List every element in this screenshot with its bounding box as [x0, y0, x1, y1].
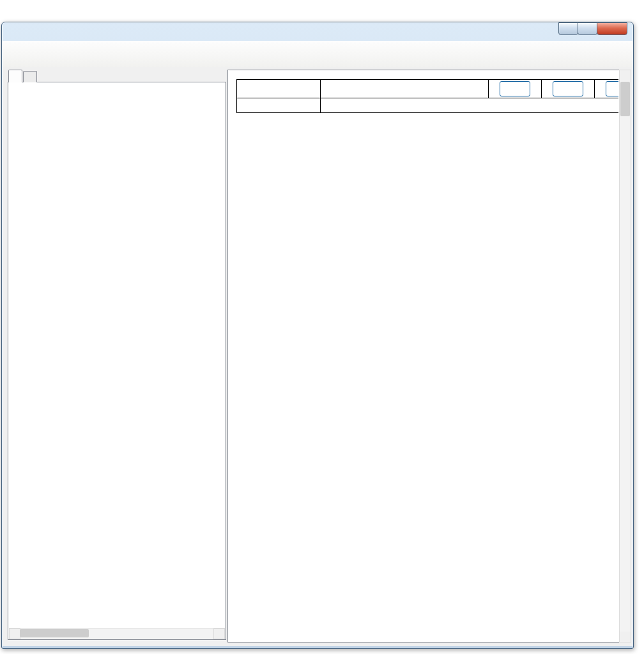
nav-back-button[interactable]	[500, 81, 530, 96]
scroll-left-button[interactable]	[9, 628, 20, 639]
horizontal-scroll-thumb[interactable]	[20, 629, 89, 637]
overview-label	[237, 98, 321, 113]
maximize-button[interactable]	[578, 22, 597, 35]
logo-cell	[237, 80, 321, 98]
close-button[interactable]	[597, 22, 627, 35]
minimize-button[interactable]	[558, 22, 578, 35]
doc-title	[321, 80, 489, 98]
document	[229, 71, 618, 641]
scroll-down-button[interactable]	[620, 632, 631, 642]
nav-forward-button[interactable]	[553, 81, 583, 96]
breadcrumb	[321, 98, 619, 113]
window-controls	[559, 22, 627, 35]
vertical-scrollbar[interactable]	[619, 70, 631, 643]
tree	[10, 84, 225, 628]
scroll-right-button[interactable]	[213, 628, 225, 639]
nav-up-button[interactable]	[606, 81, 618, 96]
content-pane	[227, 70, 620, 643]
tab-inhalt[interactable]	[8, 70, 22, 82]
where-used-title	[236, 170, 612, 174]
scroll-up-button[interactable]	[620, 70, 631, 80]
contents-tree-panel	[8, 82, 226, 640]
window-body	[3, 67, 632, 646]
section-title	[236, 124, 612, 128]
sidebar-tabs	[8, 70, 38, 82]
tab-suchen[interactable]	[23, 71, 37, 82]
header-table	[236, 79, 618, 113]
help-viewer-window	[1, 22, 634, 649]
vertical-scroll-thumb[interactable]	[620, 82, 630, 116]
window-titlebar[interactable]	[2, 22, 633, 40]
toolbar	[3, 41, 632, 68]
horizontal-scrollbar[interactable]	[9, 628, 225, 639]
